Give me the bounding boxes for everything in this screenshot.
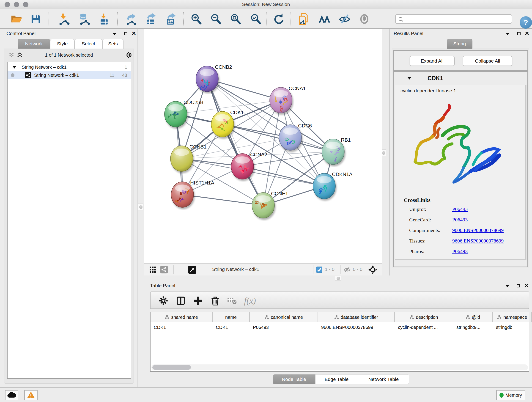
network-options-gear-icon[interactable] [125, 51, 131, 57]
import-network-file-icon[interactable] [57, 13, 70, 26]
crosslink-value-link[interactable]: P06493 [452, 249, 468, 254]
new-network-from-selection-icon[interactable] [298, 13, 310, 26]
tab-select[interactable]: Select [75, 39, 102, 49]
node-HIST1H1A[interactable]: HIST1H1A [171, 180, 214, 207]
node-CCNA1[interactable]: CCNA1 [270, 85, 306, 113]
node-CCNA2[interactable]: CCNA2 [231, 152, 267, 179]
save-session-icon[interactable] [29, 13, 42, 26]
table-settings-gear-icon[interactable] [158, 295, 169, 306]
tab-sets[interactable]: Sets [102, 39, 123, 49]
network-canvas[interactable]: CCNB2CCNA1CDC25BCDK1CDC6RB1CCNB1CCNA2CDK… [144, 29, 382, 263]
panel-close-icon[interactable]: ✕ [524, 283, 529, 288]
zoom-in-icon[interactable] [190, 13, 203, 26]
node-CDK1[interactable]: CDK1 [211, 109, 244, 137]
panel-float-icon[interactable] [123, 31, 128, 37]
crosslink-value-link[interactable]: P06493 [452, 217, 468, 223]
tab-style[interactable]: Style [50, 39, 75, 49]
collection-expand-icon[interactable] [13, 66, 16, 69]
warning-status-icon[interactable] [24, 390, 38, 400]
refresh-view-icon[interactable] [272, 13, 285, 26]
node-CDKN1A[interactable]: CDKN1A [313, 172, 353, 199]
cloud-status-icon[interactable] [5, 390, 18, 400]
panel-close-icon[interactable]: ✕ [131, 31, 137, 36]
birdseye-view-icon[interactable] [188, 266, 196, 274]
column-header-name[interactable]: name [213, 312, 250, 322]
memory-button[interactable]: Memory [496, 390, 525, 400]
edge-CCNA2-CDKN1A[interactable] [242, 166, 324, 186]
section-collapse-icon[interactable] [407, 77, 412, 80]
crosslink-value-link[interactable]: P06493 [452, 206, 468, 212]
column-header-database-identifier[interactable]: database identifier [318, 312, 395, 322]
network-collection-row[interactable]: String Network – cdk1 1 [7, 64, 131, 71]
edge-CCNB2-CCNE1[interactable] [207, 79, 263, 205]
table-horizontal-scrollbar[interactable] [152, 364, 528, 370]
column-header-id[interactable]: @id [453, 312, 493, 322]
show-all-icon[interactable] [358, 13, 371, 26]
delete-table-icon[interactable] [227, 295, 238, 306]
node-CCNE1[interactable]: CCNE1 [252, 191, 288, 218]
tab-network-table[interactable]: Network Table [358, 374, 409, 384]
crosslink-value-link[interactable]: 9606.ENSP00000378699 [452, 227, 504, 233]
cell-canonical-name[interactable]: P06493 [250, 323, 318, 332]
tab-network[interactable]: Network [18, 39, 50, 49]
results-vertical-scrollbar[interactable] [525, 85, 527, 260]
cell-description[interactable]: cyclin-dependent ... [395, 323, 453, 332]
node-label-CCNA1: CCNA1 [289, 85, 306, 91]
open-session-icon[interactable] [10, 13, 22, 26]
node-CCNB2[interactable]: CCNB2 [196, 64, 232, 92]
cell-name[interactable]: CDK1 [213, 323, 250, 332]
left-splitter-handle[interactable] [138, 204, 143, 211]
tab-node-table[interactable]: Node Table [273, 374, 315, 384]
show-columns-icon[interactable] [175, 295, 186, 306]
cell-database-identifier[interactable]: 9606.ENSP00000378699 [318, 323, 395, 332]
column-label: database identifier [341, 315, 378, 320]
search-input[interactable] [406, 15, 510, 23]
zoom-out-icon[interactable] [209, 13, 222, 26]
tab-edge-table[interactable]: Edge Table [315, 374, 358, 384]
grid-view-icon[interactable] [149, 266, 157, 274]
bottom-splitter-handle[interactable] [335, 276, 341, 281]
function-builder-icon[interactable]: f(x) [243, 295, 260, 306]
zoom-fit-icon[interactable] [229, 13, 242, 26]
export-network-icon[interactable] [125, 13, 138, 26]
first-neighbors-icon[interactable] [318, 13, 331, 26]
edge-HIST1H1A-CCNE1[interactable] [182, 195, 263, 205]
tab-string[interactable]: String [447, 39, 472, 49]
string-style-icon[interactable] [160, 266, 168, 274]
zoom-selected-icon[interactable] [249, 13, 262, 26]
export-table-icon[interactable] [145, 13, 158, 26]
create-column-plus-icon[interactable] [193, 295, 204, 306]
panel-float-icon[interactable] [515, 283, 521, 289]
panel-close-icon[interactable]: ✕ [524, 31, 530, 36]
hide-selected-icon[interactable] [338, 13, 351, 26]
panel-float-icon[interactable] [516, 31, 521, 37]
cell-namespace[interactable]: stringdb [493, 323, 532, 332]
node-RB1[interactable]: RB1 [322, 137, 351, 165]
string-network-graph[interactable]: CCNB2CCNA1CDC25BCDK1CDC6RB1CCNB1CCNA2CDK… [144, 29, 382, 263]
column-header-namespace[interactable]: namespace [493, 312, 532, 322]
column-header-shared-name[interactable]: shared name [151, 312, 213, 322]
crosslink-value-link[interactable]: 9606.ENSP00000378699 [452, 238, 504, 244]
collapse-all-button[interactable]: Collapse All [463, 56, 512, 66]
panel-menu-icon[interactable] [505, 31, 510, 37]
node-CDC25B[interactable]: CDC25B [165, 99, 203, 127]
expand-all-button[interactable]: Expand All [410, 56, 455, 66]
delete-column-trash-icon[interactable] [210, 295, 221, 306]
import-network-database-icon[interactable] [77, 13, 90, 26]
cell-id[interactable]: stringdb:9... [453, 323, 493, 332]
panel-menu-icon[interactable] [112, 31, 117, 37]
export-image-icon[interactable] [165, 13, 177, 26]
import-table-icon[interactable] [98, 13, 110, 26]
table-row[interactable]: CDK1CDK1P064939606.ENSP00000378699cyclin… [151, 323, 529, 332]
network-row[interactable]: String Network – cdk1 11 48 [7, 71, 131, 79]
column-header-canonical-name[interactable]: canonical name [250, 312, 318, 322]
help-button[interactable]: ? [520, 16, 532, 29]
cell-shared-name[interactable]: CDK1 [151, 323, 213, 332]
fit-selected-crosshair-icon[interactable] [368, 265, 378, 274]
node-gloss [256, 195, 271, 202]
panel-menu-icon[interactable] [505, 283, 510, 289]
selected-checkbox-icon[interactable] [316, 267, 322, 274]
scrollbar-thumb[interactable] [152, 365, 191, 370]
column-header-description[interactable]: description [395, 312, 453, 322]
cdk1-section-header[interactable]: CDK1 [394, 72, 527, 85]
